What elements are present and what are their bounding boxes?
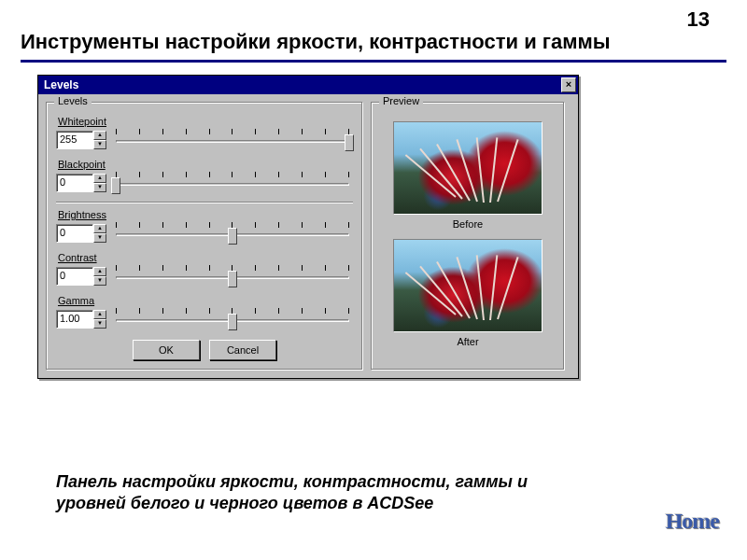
gamma-row: Gamma 1.00 ▲ ▼: [56, 295, 353, 330]
levels-group-label: Levels: [54, 95, 92, 106]
blackpoint-input[interactable]: 0: [56, 174, 93, 192]
contrast-label: Contrast: [58, 252, 353, 263]
contrast-row: Contrast 0 ▲ ▼: [56, 252, 353, 287]
preview-groupbox: Preview Before: [371, 102, 565, 371]
brightness-thumb[interactable]: [228, 228, 237, 245]
page-caption: Панель настройки яркости, контрастности,…: [56, 471, 598, 515]
title-underline: [21, 60, 726, 63]
dialog-title: Levels: [44, 78, 78, 91]
levels-dialog: Levels × Levels Whitepoint 255 ▲ ▼: [37, 75, 579, 379]
close-button[interactable]: ×: [561, 77, 576, 92]
gamma-spin-down[interactable]: ▼: [93, 319, 106, 329]
brightness-input[interactable]: 0: [56, 224, 93, 243]
gamma-input[interactable]: 1.00: [56, 310, 93, 329]
contrast-spin-up[interactable]: ▲: [93, 267, 106, 276]
blackpoint-spin-down[interactable]: ▼: [93, 183, 106, 192]
blackpoint-thumb[interactable]: [111, 177, 120, 194]
gamma-spinner[interactable]: 1.00 ▲ ▼: [56, 310, 106, 329]
after-image: [393, 239, 543, 332]
whitepoint-input[interactable]: 255: [56, 131, 93, 149]
levels-groupbox: Levels Whitepoint 255 ▲ ▼: [46, 102, 363, 371]
contrast-input[interactable]: 0: [56, 267, 93, 286]
page-number: 13: [687, 7, 710, 32]
preview-group-label: Preview: [379, 95, 423, 106]
brightness-label: Brightness: [58, 209, 353, 220]
contrast-spin-down[interactable]: ▼: [93, 276, 106, 286]
blackpoint-label: Blackpoint: [58, 159, 353, 170]
blackpoint-spinner[interactable]: 0 ▲ ▼: [56, 174, 106, 192]
gamma-slider[interactable]: [112, 308, 353, 330]
gamma-thumb[interactable]: [228, 314, 237, 330]
whitepoint-thumb[interactable]: [345, 134, 354, 151]
divider: [56, 202, 353, 203]
ok-button[interactable]: OK: [133, 340, 200, 360]
contrast-spinner[interactable]: 0 ▲ ▼: [56, 267, 106, 286]
blackpoint-spin-up[interactable]: ▲: [93, 174, 106, 183]
page-title: Инструменты настройки яркости, контрастн…: [21, 30, 611, 54]
before-image: [393, 121, 543, 215]
brightness-spin-up[interactable]: ▲: [93, 224, 106, 233]
gamma-spin-up[interactable]: ▲: [93, 310, 106, 319]
brightness-spin-down[interactable]: ▼: [93, 233, 106, 243]
gamma-label: Gamma: [58, 295, 353, 306]
whitepoint-slider[interactable]: [112, 129, 353, 151]
brightness-slider[interactable]: [112, 222, 353, 245]
contrast-thumb[interactable]: [228, 271, 237, 287]
whitepoint-label: Whitepoint: [58, 116, 353, 127]
after-caption: After: [381, 336, 555, 347]
whitepoint-spinner[interactable]: 255 ▲ ▼: [56, 131, 106, 149]
home-link[interactable]: Home: [666, 509, 719, 534]
dialog-titlebar[interactable]: Levels ×: [38, 76, 578, 94]
whitepoint-row: Whitepoint 255 ▲ ▼: [56, 116, 353, 151]
brightness-spinner[interactable]: 0 ▲ ▼: [56, 224, 106, 243]
contrast-slider[interactable]: [112, 265, 353, 287]
blackpoint-row: Blackpoint 0 ▲ ▼: [56, 159, 353, 194]
cancel-button[interactable]: Cancel: [209, 340, 276, 360]
brightness-row: Brightness 0 ▲ ▼: [56, 209, 353, 245]
whitepoint-spin-down[interactable]: ▼: [93, 140, 106, 149]
whitepoint-spin-up[interactable]: ▲: [93, 131, 106, 140]
blackpoint-slider[interactable]: [112, 172, 353, 194]
before-caption: Before: [381, 218, 555, 230]
